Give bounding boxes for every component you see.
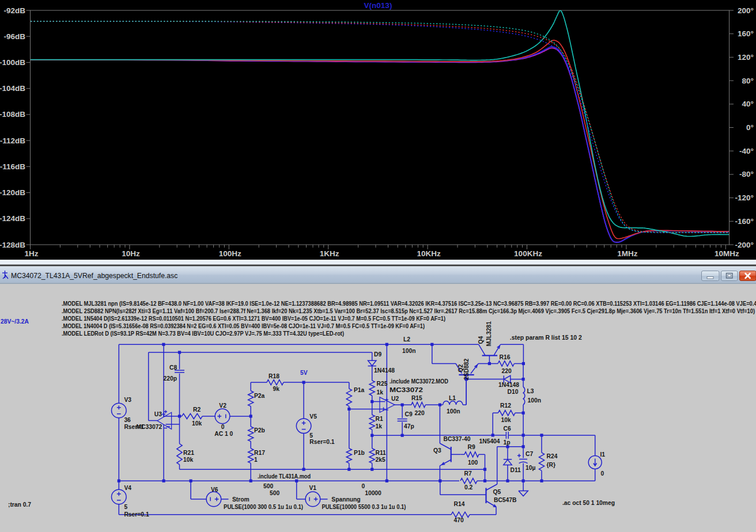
svg-text:100n: 100n — [528, 397, 541, 404]
svg-text:5V: 5V — [300, 370, 308, 376]
svg-text:470: 470 — [454, 517, 464, 523]
svg-text:220: 220 — [502, 368, 512, 374]
svg-text:Q4: Q4 — [478, 336, 484, 344]
svg-text:MJL3281: MJL3281 — [486, 321, 492, 347]
svg-text:Rser=0.1: Rser=0.1 — [124, 511, 149, 518]
svg-text:Rser=0.1: Rser=0.1 — [309, 439, 334, 445]
svg-text:V(n013): V(n013) — [364, 1, 392, 10]
svg-text:R21: R21 — [183, 450, 194, 456]
svg-text:U2: U2 — [391, 396, 399, 402]
svg-text:0°: 0° — [746, 123, 754, 132]
svg-text:47p: 47p — [404, 423, 414, 430]
svg-text:220: 220 — [415, 410, 425, 416]
svg-text:160°: 160° — [738, 29, 754, 38]
svg-text:-120°: -120° — [735, 193, 754, 202]
svg-text:.MODEL LEDRot D (IS=93.1P RS=4: .MODEL LEDRot D (IS=93.1P RS=42M N=3.73 … — [62, 330, 344, 337]
svg-text:P1a: P1a — [354, 387, 365, 393]
svg-text:V2: V2 — [219, 402, 226, 409]
svg-text:100KHz: 100KHz — [514, 249, 542, 258]
svg-text:R11: R11 — [376, 450, 387, 456]
svg-text:0: 0 — [362, 483, 365, 489]
svg-text:V6: V6 — [211, 487, 218, 493]
svg-text:1MHz: 1MHz — [617, 249, 638, 258]
svg-text:.MODEL 2SD882 NPN(Is=282f Xti=: .MODEL 2SD882 NPN(Is=282f Xti=3 Eg=1.11 … — [62, 308, 755, 314]
svg-text:R12: R12 — [500, 402, 511, 409]
svg-text:L2: L2 — [403, 336, 410, 343]
svg-text:.MODEL 1N4004 D (IS=5.31656e-0: .MODEL 1N4004 D (IS=5.31656e-08 RS=0.039… — [62, 323, 425, 329]
svg-text:10µ: 10µ — [526, 465, 535, 471]
svg-text:-120dB: -120dB — [0, 188, 25, 197]
svg-text:BC547B: BC547B — [494, 497, 517, 503]
svg-text:R15: R15 — [411, 395, 422, 401]
svg-text:R16: R16 — [500, 354, 511, 360]
svg-text:-80°: -80° — [739, 170, 754, 178]
svg-text:{R}: {R} — [547, 462, 555, 468]
svg-text:C9: C9 — [405, 411, 413, 417]
svg-text:L3: L3 — [527, 388, 534, 394]
svg-text:Q5: Q5 — [493, 489, 501, 495]
svg-text:R18: R18 — [269, 373, 279, 379]
svg-text:Spannung: Spannung — [331, 496, 360, 503]
svg-text:10KHz: 10KHz — [417, 249, 441, 258]
svg-text:.step param R list 15 10 2: .step param R list 15 10 2 — [510, 335, 582, 341]
svg-text:10k: 10k — [192, 420, 202, 427]
svg-text:0: 0 — [221, 424, 225, 430]
svg-text:-92dB: -92dB — [3, 6, 25, 15]
svg-text:BC337-40: BC337-40 — [444, 436, 471, 442]
svg-text:-116dB: -116dB — [0, 162, 25, 171]
svg-text:MC33072: MC33072 — [390, 387, 423, 393]
svg-text:.MODEL 1N5404 D(IS=2.61339e-12: .MODEL 1N5404 D(IS=2.61339e-12 RS=0.0110… — [62, 316, 445, 322]
svg-text:-40°: -40° — [739, 147, 754, 155]
svg-text:1p: 1p — [504, 439, 511, 446]
svg-text:PULSE(10000 5500 0.3 1u 1u 0.1: PULSE(10000 5500 0.3 1u 1u 0.1) — [322, 504, 406, 510]
svg-text:MC34072_TL431A_5VRef_abgespeck: MC34072_TL431A_5VRef_abgespeckt_Endstufe… — [11, 272, 177, 280]
svg-text:I1: I1 — [600, 451, 606, 458]
svg-text:1N5404: 1N5404 — [479, 438, 500, 444]
svg-text:1k: 1k — [376, 423, 383, 430]
svg-text:100n: 100n — [447, 408, 460, 415]
svg-text:R9: R9 — [468, 444, 475, 450]
svg-text:C6: C6 — [504, 425, 511, 432]
svg-text:1k: 1k — [377, 389, 384, 396]
svg-text:-108dB: -108dB — [0, 110, 25, 119]
svg-text:500: 500 — [270, 490, 279, 496]
svg-text:.ac oct 50 1 10meg: .ac oct 50 1 10meg — [562, 500, 615, 506]
svg-text:V3: V3 — [124, 397, 131, 403]
svg-text:V5: V5 — [309, 413, 317, 420]
svg-text:500: 500 — [263, 483, 273, 489]
svg-text:V1: V1 — [309, 485, 317, 491]
svg-text:R7: R7 — [464, 470, 472, 477]
svg-text:120°: 120° — [738, 53, 754, 62]
svg-text:P2b: P2b — [254, 427, 265, 434]
svg-text:L1: L1 — [449, 395, 456, 401]
svg-text:-200°: -200° — [735, 241, 754, 249]
svg-text:2SD882: 2SD882 — [463, 359, 470, 380]
svg-text:R1: R1 — [376, 416, 383, 422]
svg-text:10MHz: 10MHz — [715, 249, 739, 258]
svg-text:-124dB: -124dB — [0, 214, 25, 223]
svg-text:R24: R24 — [547, 453, 558, 459]
svg-text:1N4148: 1N4148 — [498, 382, 519, 388]
svg-text:.MODEL MJL3281 npn (IS=9.8145e: .MODEL MJL3281 npn (IS=9.8145e-12 BF=438… — [62, 301, 756, 307]
svg-text:-104dB: -104dB — [0, 84, 25, 93]
svg-text:10000: 10000 — [365, 490, 381, 496]
svg-text:V4: V4 — [124, 485, 131, 491]
svg-text:Strom: Strom — [232, 496, 250, 503]
svg-text:.include MC33072.MOD: .include MC33072.MOD — [390, 378, 448, 385]
svg-text:1N4148: 1N4148 — [374, 367, 395, 374]
svg-text:R17: R17 — [254, 450, 265, 456]
svg-text:80°: 80° — [742, 77, 754, 85]
svg-text:40°: 40° — [742, 100, 754, 108]
svg-text:-128dB: -128dB — [0, 241, 25, 249]
svg-text:-160°: -160° — [735, 217, 754, 226]
svg-text:-100dB: -100dB — [0, 58, 25, 67]
svg-text:Q3: Q3 — [433, 447, 441, 454]
svg-text:100Hz: 100Hz — [219, 249, 241, 258]
svg-text:36: 36 — [124, 417, 131, 423]
svg-text:-112dB: -112dB — [0, 136, 25, 145]
svg-text:AC 1 0: AC 1 0 — [214, 431, 233, 437]
svg-text:D10: D10 — [508, 389, 519, 395]
svg-text:5: 5 — [309, 432, 313, 439]
svg-text:D11: D11 — [511, 467, 521, 473]
svg-text:10k: 10k — [501, 417, 511, 423]
